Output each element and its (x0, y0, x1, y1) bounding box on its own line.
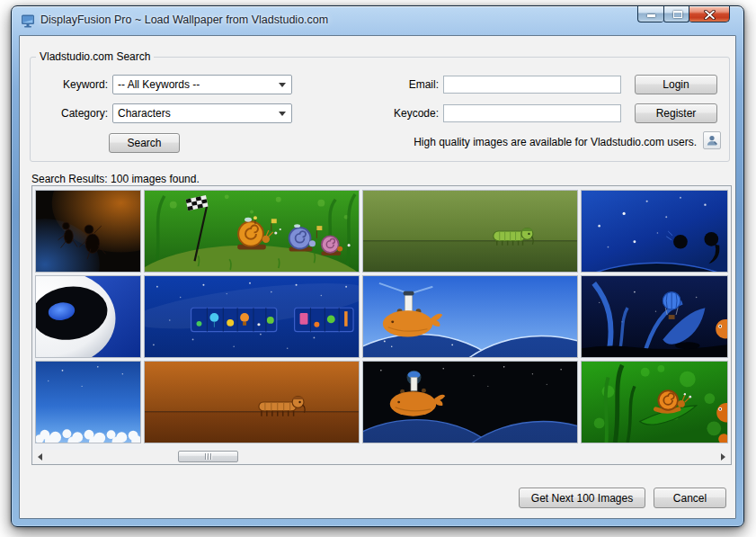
maximize-button[interactable] (663, 5, 689, 22)
category-label: Category: (34, 107, 108, 120)
results-summary: Search Results: 100 images found. (31, 173, 200, 185)
wallpaper-art-ants (36, 191, 140, 272)
groupbox-legend: Vladstudio.com Search (36, 50, 154, 63)
left-triangle-icon (38, 453, 42, 461)
wallpaper-art-orange-caterpillar (145, 362, 359, 443)
maximize-icon (673, 11, 682, 18)
thumbnail[interactable] (144, 361, 360, 443)
thumbnail[interactable] (35, 361, 141, 443)
keyword-selected-value: -- All Keywords -- (113, 78, 200, 91)
cancel-button[interactable]: Cancel (654, 488, 726, 508)
category-selected-value: Characters (113, 107, 171, 120)
horizontal-scrollbar[interactable] (33, 450, 730, 463)
right-triangle-icon (721, 453, 725, 461)
thumbnail[interactable] (362, 361, 578, 443)
thumbnail[interactable] (362, 190, 578, 273)
search-groupbox: Vladstudio.com Search Keyword: -- All Ke… (30, 57, 730, 162)
wallpaper-art-robot (36, 276, 140, 357)
minimize-button[interactable] (637, 5, 663, 22)
login-button[interactable]: Login (635, 75, 717, 94)
wallpaper-art-whale-day (363, 276, 577, 357)
thumbnail[interactable] (362, 275, 578, 358)
scrollbar-thumb[interactable] (178, 451, 238, 462)
wallpaper-art-snail-race (145, 191, 359, 272)
thumbnail[interactable] (35, 190, 141, 273)
close-button[interactable] (689, 5, 730, 22)
thumbnail-row (35, 275, 728, 358)
titlebar[interactable]: DisplayFusion Pro ~ Load Wallpaper from … (12, 6, 743, 35)
thumbnail[interactable] (144, 190, 360, 273)
chevron-down-icon (279, 112, 286, 116)
category-dropdown[interactable]: Characters (112, 103, 292, 123)
displayfusion-dialog: DisplayFusion Pro ~ Load Wallpaper from … (11, 5, 744, 527)
monitor-icon (21, 13, 35, 28)
wallpaper-art-clouds (36, 362, 140, 443)
chevron-down-icon (279, 83, 286, 87)
keyword-label: Keyword: (34, 78, 108, 91)
thumbnail-row (35, 190, 728, 273)
thumbnail[interactable] (581, 361, 728, 443)
wallpaper-art-whale-night (363, 362, 577, 443)
wallpaper-art-semicolon (582, 191, 727, 272)
wallpaper-art-night-garden (582, 276, 727, 357)
register-button[interactable]: Register (635, 103, 717, 123)
wallpaper-art-shelf-of-lights (145, 276, 359, 357)
keycode-label: Keycode: (365, 107, 439, 120)
wallpaper-art-green-caterpillar (363, 191, 577, 272)
results-panel (31, 185, 732, 465)
email-input[interactable] (443, 76, 621, 94)
screenshot-stage: DisplayFusion Pro ~ Load Wallpaper from … (0, 0, 756, 537)
thumbnail[interactable] (35, 275, 141, 358)
thumbnail[interactable] (581, 190, 728, 273)
search-button[interactable]: Search (109, 133, 180, 153)
quality-note: High quality images are available for Vl… (414, 136, 697, 148)
keycode-input[interactable] (443, 104, 621, 122)
thumbnail[interactable] (144, 275, 360, 358)
grip-icon (210, 453, 211, 460)
scroll-left-arrow[interactable] (33, 450, 47, 463)
wallpaper-art-green-snail (582, 362, 727, 443)
user-icon (706, 134, 718, 147)
thumbnail-row (35, 361, 728, 443)
window-title: DisplayFusion Pro ~ Load Wallpaper from … (40, 6, 328, 33)
thumbnail[interactable] (581, 275, 728, 358)
dialog-client-area: Vladstudio.com Search Keyword: -- All Ke… (19, 35, 736, 519)
keyword-dropdown[interactable]: -- All Keywords -- (112, 75, 292, 94)
grip-icon (205, 453, 206, 460)
close-icon (704, 10, 716, 20)
email-label: Email: (365, 78, 439, 91)
window-controls (637, 5, 730, 22)
vladstudio-user-icon-button[interactable] (703, 131, 721, 149)
grip-icon (208, 453, 209, 460)
thumbnail-grid (32, 186, 731, 446)
scroll-right-arrow[interactable] (716, 450, 730, 463)
get-next-100-images-button[interactable]: Get Next 100 Images (519, 488, 645, 508)
minimize-icon (647, 14, 655, 17)
